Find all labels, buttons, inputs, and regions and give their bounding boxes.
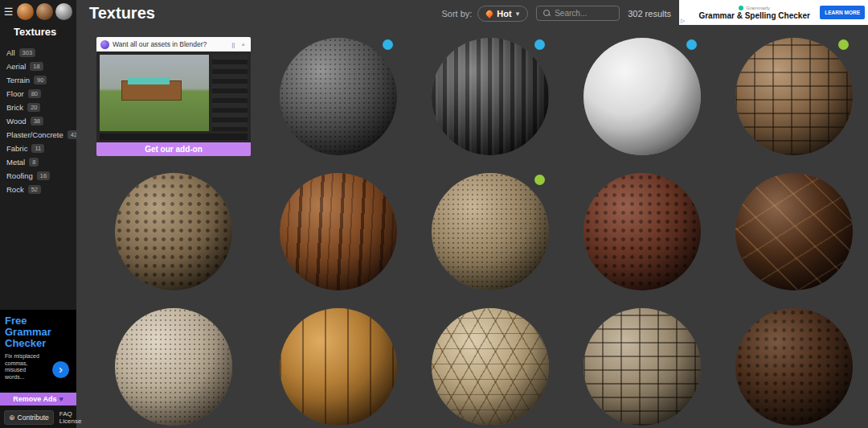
- category-label: Rock: [6, 185, 24, 194]
- sidebar-item-aerial[interactable]: Aerial18: [0, 60, 76, 73]
- sidebar-item-all[interactable]: All303: [0, 46, 76, 60]
- nav-textures-icon[interactable]: [17, 3, 34, 20]
- sidebar-item-wood[interactable]: Wood38: [0, 114, 76, 128]
- texture-sphere: [432, 38, 549, 155]
- texture-sphere: [432, 173, 549, 290]
- blender-viewport: [100, 55, 209, 131]
- category-label: Brick: [6, 103, 23, 112]
- results-count: 302 results: [628, 9, 671, 19]
- sidebar-ad-title-line1: Free: [5, 315, 72, 327]
- texture-tile[interactable]: [96, 307, 251, 426]
- category-label: Plaster/Concrete: [6, 130, 63, 139]
- remove-ads-button[interactable]: Remove Ads ♥: [0, 393, 76, 405]
- category-label: All: [6, 48, 15, 57]
- category-count-badge: 38: [31, 117, 43, 126]
- texture-sphere: [280, 173, 397, 290]
- category-count-badge: 8: [29, 158, 39, 167]
- sidebar-title: Textures: [0, 23, 76, 43]
- promo-question: Want all our assets in Blender?: [113, 40, 227, 48]
- search-input[interactable]: [555, 9, 612, 18]
- menu-icon[interactable]: ☰: [2, 6, 14, 18]
- texture-sphere: [583, 38, 701, 155]
- category-label: Floor: [6, 89, 24, 98]
- sort-dropdown[interactable]: Hot ▾: [477, 6, 528, 22]
- learn-more-button[interactable]: LEARN MORE: [820, 6, 865, 19]
- promo-header: Want all our assets in Blender? || ×: [96, 37, 251, 51]
- contribute-button[interactable]: ⊕ Contribute: [4, 410, 54, 425]
- promo-video[interactable]: [96, 51, 251, 142]
- contribute-label: Contribute: [18, 414, 49, 422]
- texture-tile[interactable]: [577, 37, 706, 156]
- texture-tile[interactable]: [577, 307, 706, 426]
- category-count-badge: 52: [28, 185, 41, 194]
- blue-badge-icon: [383, 39, 393, 50]
- category-label: Roofing: [6, 171, 33, 180]
- sidebar-ad-title-line3: Checker: [5, 338, 72, 349]
- blender-addon-promo-card[interactable]: Want all our assets in Blender? || × Get…: [96, 37, 251, 156]
- sidebar-item-floor[interactable]: Floor80: [0, 87, 76, 101]
- sidebar-item-plaster-concrete[interactable]: Plaster/Concrete42: [0, 128, 76, 142]
- texture-tile[interactable]: [425, 172, 555, 291]
- texture-tile[interactable]: [273, 37, 403, 156]
- texture-tile[interactable]: [577, 172, 706, 291]
- category-count-badge: 18: [30, 62, 43, 71]
- blender-scene-object-accent: [128, 78, 170, 85]
- category-count-badge: 80: [28, 89, 41, 98]
- pause-icon[interactable]: ||: [230, 41, 236, 48]
- texture-tile[interactable]: [425, 37, 555, 156]
- get-addon-button[interactable]: Get our add-on: [96, 142, 251, 156]
- category-label: Metal: [6, 158, 25, 167]
- texture-tile[interactable]: [96, 172, 251, 291]
- texture-sphere: [735, 173, 853, 290]
- sidebar-item-roofing[interactable]: Roofing16: [0, 169, 76, 183]
- sidebar-ad-title-line2: Grammar: [5, 327, 72, 338]
- sidebar-ad[interactable]: Free Grammar Checker Fix misplaced comma…: [0, 310, 76, 393]
- banner-ad[interactable]: ▷ Grammarly Grammar & Spelling Checker L…: [679, 0, 868, 25]
- nav-hdris-icon[interactable]: [55, 3, 72, 20]
- sidebar-ad-body: Fix misplaced commas, misused words...: [5, 353, 47, 381]
- chevron-down-icon: ▾: [516, 10, 520, 18]
- texture-grid: Want all our assets in Blender? || × Get…: [96, 37, 858, 426]
- category-count-badge: 16: [37, 171, 50, 180]
- sidebar-item-brick[interactable]: Brick20: [0, 101, 76, 114]
- main-content: Textures Sort by: Hot ▾ 302 results ▷ Gr…: [76, 0, 868, 428]
- sidebar-item-metal[interactable]: Metal8: [0, 155, 76, 169]
- flame-icon: [485, 9, 494, 18]
- blue-badge-icon: [686, 39, 697, 50]
- texture-tile[interactable]: [273, 172, 403, 291]
- texture-tile[interactable]: [273, 307, 403, 426]
- texture-tile[interactable]: [729, 307, 858, 426]
- green-badge-icon: [838, 39, 849, 50]
- adchoices-icon[interactable]: ▷: [681, 18, 685, 24]
- texture-sphere: [280, 38, 397, 155]
- heart-icon: ♥: [59, 395, 63, 403]
- texture-sphere: [115, 308, 232, 426]
- sidebar-item-terrain[interactable]: Terrain90: [0, 73, 76, 87]
- texture-tile[interactable]: [425, 307, 555, 426]
- sidebar-item-rock[interactable]: Rock52: [0, 183, 76, 196]
- sort-label: Sort by:: [441, 9, 472, 19]
- category-count-badge: 20: [27, 103, 40, 112]
- sidebar: ☰ Textures All303Aerial18Terrain90Floor8…: [0, 0, 76, 428]
- arrow-circle-icon[interactable]: ›: [52, 361, 69, 378]
- texture-tile[interactable]: [729, 172, 858, 291]
- texture-sphere: [583, 173, 701, 290]
- page-title: Textures: [89, 4, 155, 23]
- sidebar-top-nav: ☰: [0, 0, 76, 23]
- license-link[interactable]: License: [59, 418, 82, 425]
- banner-ad-text: Grammarly Grammar & Spelling Checker: [689, 6, 820, 20]
- green-badge-icon: [534, 175, 545, 185]
- nav-models-icon[interactable]: [36, 3, 53, 20]
- category-count-badge: 11: [31, 144, 44, 153]
- close-icon[interactable]: ×: [240, 41, 247, 48]
- texture-sphere: [583, 308, 701, 426]
- texture-sphere: [115, 173, 232, 290]
- banner-ad-headline: Grammar & Spelling Checker: [698, 11, 809, 20]
- texture-tile[interactable]: [729, 37, 858, 156]
- category-label: Terrain: [6, 76, 30, 84]
- category-count-badge: 303: [19, 48, 36, 57]
- sidebar-item-fabric[interactable]: Fabric11: [0, 142, 76, 155]
- search-icon: [543, 10, 551, 17]
- faq-link[interactable]: FAQ: [59, 410, 82, 418]
- search-box[interactable]: [536, 6, 620, 21]
